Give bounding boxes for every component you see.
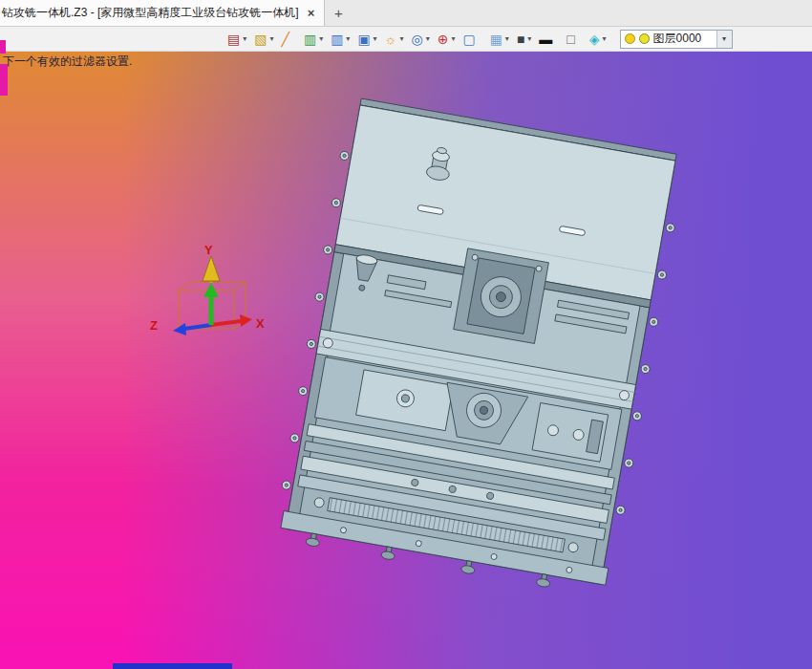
line-width-icon-glyph: ▬ — [539, 32, 552, 46]
color-swatch-icon-glyph: □ — [566, 32, 574, 46]
cad-scene[interactable]: Y X Z — [0, 52, 812, 669]
main-toolbar: ▤ ▾ ▧ ▾ ╱ ▥ ▾ ▥ ▾ ▣ ▾ ☼ ▾ ◎ ▾ ⊕ ▾ ▢ ▦ ▾ … — [0, 27, 812, 52]
layer-stack-icon-glyph: ▣ — [357, 32, 370, 46]
material-green-icon-glyph: ▥ — [304, 32, 316, 46]
layer-stack-icon[interactable]: ▣ ▾ — [355, 29, 380, 50]
display-icon-glyph: ■ — [517, 32, 524, 46]
line-width-icon[interactable]: ▬ — [537, 29, 563, 50]
dropdown-arrow-icon[interactable]: ▾ — [601, 34, 609, 43]
pencil-icon[interactable]: ╱ — [279, 29, 299, 50]
paste-icon[interactable]: ▤ ▾ — [225, 29, 250, 50]
grid-icon-glyph: ▦ — [490, 32, 502, 46]
bulb-icon — [625, 33, 635, 44]
locator-pin-icon-glyph: ⊕ — [438, 32, 449, 46]
layer-combo[interactable]: 图层0000 ▾ — [620, 30, 733, 49]
material-blue-icon[interactable]: ▥ ▾ — [329, 29, 353, 50]
axis-triad[interactable]: Y X Z — [150, 243, 265, 335]
left-panel-fragment — [0, 64, 8, 96]
tab-close-icon[interactable]: × — [306, 6, 317, 20]
z-axis-arrowhead — [173, 323, 186, 335]
bottom-bar-fragment — [113, 663, 232, 669]
x-axis-label: X — [256, 316, 265, 331]
dropdown-arrow-icon[interactable]: ▾ — [267, 34, 275, 43]
z-axis-label: Z — [150, 318, 158, 333]
locator-pin-icon[interactable]: ⊕ ▾ — [436, 29, 459, 50]
dropdown-arrow-icon[interactable]: ▾ — [424, 34, 432, 43]
gear-icon[interactable]: ☼ ▾ — [383, 29, 408, 50]
fill-color-icon-glyph: ▧ — [254, 32, 267, 46]
display-icon[interactable]: ■ ▾ — [515, 29, 535, 50]
document-tab[interactable]: 钻攻铣一体机.Z3 - [家用微型高精度工业级台钻攻铣一体机] × — [0, 0, 325, 26]
zoom-icon-glyph: ◎ — [411, 32, 422, 46]
select-region-icon[interactable]: ▢ — [460, 29, 485, 50]
shaded-view-icon[interactable]: ◈ ▾ — [588, 29, 610, 50]
dropdown-arrow-icon[interactable]: ▾ — [397, 34, 405, 43]
dropdown-arrow-icon[interactable]: ▾ — [525, 34, 533, 43]
paste-icon-glyph: ▤ — [227, 32, 240, 46]
dropdown-arrow-icon[interactable]: ▾ — [449, 34, 457, 43]
y-axis-label: Y — [204, 243, 213, 257]
x-axis — [211, 321, 241, 325]
new-tab-button[interactable]: + — [325, 0, 352, 26]
material-blue-icon-glyph: ▥ — [331, 32, 343, 46]
layer-color-icon — [639, 33, 650, 44]
zoom-icon[interactable]: ◎ ▾ — [409, 29, 433, 50]
fill-color-icon[interactable]: ▧ ▾ — [252, 29, 277, 50]
material-green-icon[interactable]: ▥ ▾ — [302, 29, 327, 50]
dropdown-arrow-icon[interactable]: ▾ — [241, 34, 248, 43]
color-swatch-icon[interactable]: □ — [565, 29, 585, 50]
spindle-assembly — [454, 248, 549, 344]
layer-combo-value: 图层0000 — [653, 31, 713, 47]
shaded-view-icon-glyph: ◈ — [589, 32, 600, 46]
dropdown-arrow-icon[interactable]: ▾ — [503, 34, 511, 43]
left-panel-fragment — [0, 40, 6, 54]
dropdown-arrow-icon[interactable]: ▾ — [344, 34, 352, 43]
pencil-icon-glyph: ╱ — [281, 32, 288, 46]
viewport-3d[interactable]: 下一个有效的过滤器设置. — [0, 52, 812, 669]
z-axis — [184, 325, 211, 329]
y-handle-cone — [203, 256, 220, 281]
tab-bar: 钻攻铣一体机.Z3 - [家用微型高精度工业级台钻攻铣一体机] × + — [0, 0, 812, 27]
grid-icon[interactable]: ▦ ▾ — [488, 29, 513, 50]
dropdown-arrow-icon[interactable]: ▾ — [372, 34, 379, 43]
dropdown-arrow-icon[interactable]: ▾ — [317, 34, 325, 43]
select-region-icon-glyph: ▢ — [462, 32, 475, 46]
machine-model[interactable] — [272, 97, 687, 598]
combo-dropdown-icon[interactable]: ▾ — [716, 31, 732, 48]
tab-title: 钻攻铣一体机.Z3 - [家用微型高精度工业级台钻攻铣一体机] — [2, 5, 299, 21]
gear-icon-glyph: ☼ — [385, 32, 397, 46]
